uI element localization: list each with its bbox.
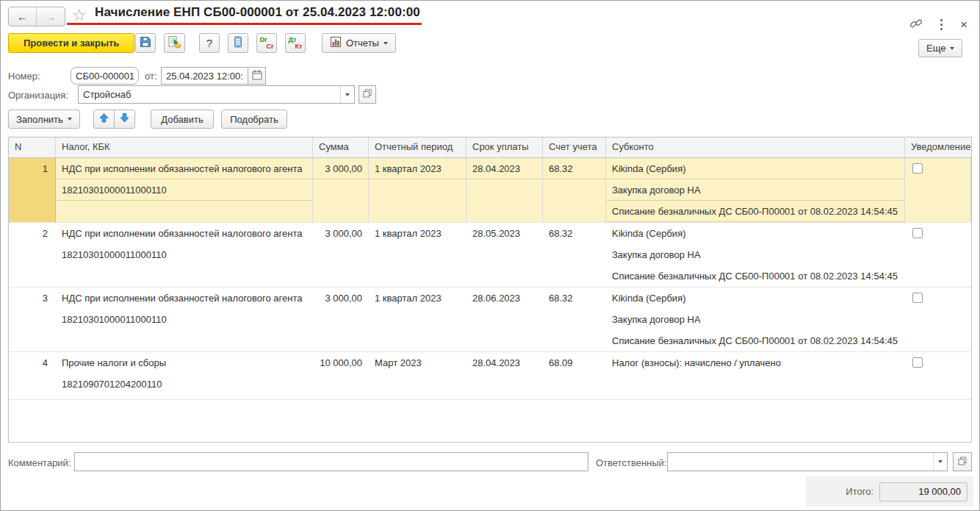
period-cell[interactable]: 1 квартал 2023 xyxy=(369,287,466,351)
column-header-n[interactable]: N xyxy=(9,137,56,157)
subconto-cell[interactable]: Kikinda (Сербия)Закупка договор НАСписан… xyxy=(606,158,905,222)
post-and-close-button[interactable]: Провести и закрыть xyxy=(8,33,134,53)
calendar-icon xyxy=(251,69,263,83)
move-down-button[interactable] xyxy=(114,110,135,129)
back-button[interactable]: ← xyxy=(9,7,37,26)
amount-cell[interactable]: 3 000,00 xyxy=(313,158,369,222)
amount-cell[interactable]: 3 000,00 xyxy=(313,223,369,287)
notification-cell[interactable] xyxy=(905,223,971,287)
notification-checkbox[interactable] xyxy=(912,163,923,174)
arrow-up-icon xyxy=(98,112,109,126)
dtkt-icon: ДтКт xyxy=(289,37,303,50)
pick-button[interactable]: Подобрать xyxy=(221,110,287,129)
period-cell[interactable]: 1 квартал 2023 xyxy=(369,223,466,287)
kebab-menu-icon[interactable] xyxy=(939,17,944,32)
close-icon[interactable]: × xyxy=(960,19,968,31)
account-cell[interactable]: 68.32 xyxy=(543,223,606,287)
tax-name: Прочие налоги и сборы xyxy=(56,352,312,374)
row-number-cell[interactable]: 2 xyxy=(9,223,56,287)
column-header-account[interactable]: Счет учета xyxy=(543,137,606,157)
organization-dropdown-button[interactable] xyxy=(340,86,354,103)
row-number-cell[interactable]: 3 xyxy=(9,287,56,351)
column-header-subconto[interactable]: Субконто xyxy=(606,137,905,157)
organization-open-button[interactable] xyxy=(359,85,376,104)
amount-value: 3 000,00 xyxy=(313,158,368,179)
notification-checkbox[interactable] xyxy=(912,357,923,368)
notification-cell[interactable] xyxy=(905,352,971,399)
tax-kbk-cell[interactable]: НДС при исполнении обязанностей налогово… xyxy=(56,223,313,287)
column-header-notification[interactable]: Уведомление xyxy=(905,137,971,157)
due-date-cell[interactable]: 28.06.2023 xyxy=(466,287,543,351)
date-input[interactable] xyxy=(161,67,248,85)
tax-kbk-cell[interactable]: НДС при исполнении обязанностей налогово… xyxy=(56,287,313,351)
reports-button[interactable]: Отчеты xyxy=(322,33,396,53)
table-row[interactable]: 4Прочие налоги и сборы182109070120420011… xyxy=(9,352,971,400)
notification-cell[interactable] xyxy=(905,287,971,351)
account-cell[interactable]: 68.32 xyxy=(543,158,606,222)
table-row[interactable]: 2НДС при исполнении обязанностей налогов… xyxy=(9,223,971,287)
subconto-cell[interactable]: Kikinda (Сербия)Закупка договор НАСписан… xyxy=(606,287,905,351)
page-title: Начисление ЕНП СБ00-000001 от 25.04.2023… xyxy=(95,5,420,19)
column-header-tax-kbk[interactable]: Налог, КБК xyxy=(56,137,313,157)
account-value: 68.32 xyxy=(543,287,605,309)
total-strip: Итого: 19 000,00 xyxy=(806,476,973,507)
number-input[interactable] xyxy=(71,67,139,85)
save-button[interactable] xyxy=(135,33,156,53)
due-date-value: 28.05.2023 xyxy=(466,223,542,244)
row-number-cell[interactable]: 1 xyxy=(9,158,56,222)
arrow-down-icon xyxy=(119,112,130,126)
add-row-button[interactable]: Добавить xyxy=(151,110,214,129)
date-picker-button[interactable] xyxy=(248,67,266,85)
forward-button[interactable]: → xyxy=(37,7,65,26)
notification-checkbox[interactable] xyxy=(912,228,923,238)
help-button[interactable]: ? xyxy=(199,33,220,53)
period-cell[interactable]: 1 квартал 2023 xyxy=(369,158,466,222)
account-value: 68.32 xyxy=(543,158,605,179)
responsible-open-button[interactable] xyxy=(953,452,972,471)
amount-cell[interactable]: 3 000,00 xyxy=(313,287,369,351)
due-date-cell[interactable]: 28.04.2023 xyxy=(466,352,543,399)
subconto-line: Закупка договор НА xyxy=(606,309,904,330)
period-cell[interactable]: Март 2023 xyxy=(369,352,466,399)
link-icon[interactable] xyxy=(909,17,923,32)
account-cell[interactable]: 68.32 xyxy=(543,287,606,351)
register-records-button[interactable] xyxy=(228,33,248,53)
responsible-input[interactable] xyxy=(667,452,948,471)
subconto-cell[interactable]: Налог (взносы): начислено / уплачено xyxy=(606,352,905,399)
amount-value: 10 000,00 xyxy=(313,352,368,374)
fill-button[interactable]: Заполнить xyxy=(8,110,80,129)
period-value: 1 квартал 2023 xyxy=(369,287,466,309)
due-date-cell[interactable]: 28.05.2023 xyxy=(466,223,543,287)
column-header-due-date[interactable]: Срок уплаты xyxy=(466,137,543,157)
subconto-line: Списание безналичных ДС СБ00-П00001 от 0… xyxy=(606,265,904,287)
subconto-line: Kikinda (Сербия) xyxy=(606,223,904,244)
total-label: Итого: xyxy=(846,486,873,497)
responsible-dropdown-button[interactable] xyxy=(933,453,947,471)
table-row[interactable]: 3НДС при исполнении обязанностей налогов… xyxy=(9,287,971,352)
responsible-label: Ответственный: xyxy=(596,457,666,468)
notification-checkbox[interactable] xyxy=(912,293,923,303)
table-row[interactable]: 1НДС при исполнении обязанностей налогов… xyxy=(9,158,971,223)
subconto-line: Списание безналичных ДС СБ00-П00001 от 0… xyxy=(606,330,904,351)
comment-input[interactable] xyxy=(74,452,588,471)
drcr-button[interactable]: DrCr xyxy=(256,33,277,53)
chart-icon xyxy=(330,36,342,50)
dtkt-button[interactable]: ДтКт xyxy=(285,33,306,53)
post-document-button[interactable] xyxy=(164,33,185,53)
column-header-amount[interactable]: Сумма xyxy=(313,137,369,157)
account-cell[interactable]: 68.09 xyxy=(543,352,606,399)
tax-kbk-cell[interactable]: Прочие налоги и сборы1821090701204200110 xyxy=(56,352,313,399)
organization-input[interactable]: Стройснаб xyxy=(78,85,355,104)
column-header-period[interactable]: Отчетный период xyxy=(369,137,466,157)
more-button[interactable]: Еще xyxy=(918,39,962,57)
subconto-cell[interactable]: Kikinda (Сербия)Закупка договор НАСписан… xyxy=(606,223,905,287)
due-date-cell[interactable]: 28.04.2023 xyxy=(466,158,543,222)
move-up-button[interactable] xyxy=(93,110,115,129)
tax-kbk-cell[interactable]: НДС при исполнении обязанностей налогово… xyxy=(56,158,313,222)
amount-cell[interactable]: 10 000,00 xyxy=(313,352,369,399)
row-number-cell[interactable]: 4 xyxy=(9,352,56,399)
table-body: 1НДС при исполнении обязанностей налогов… xyxy=(9,158,971,400)
chevron-down-icon xyxy=(383,42,388,45)
notification-cell[interactable] xyxy=(905,158,971,222)
kbk-code: 1821090701204200110 xyxy=(56,374,312,395)
